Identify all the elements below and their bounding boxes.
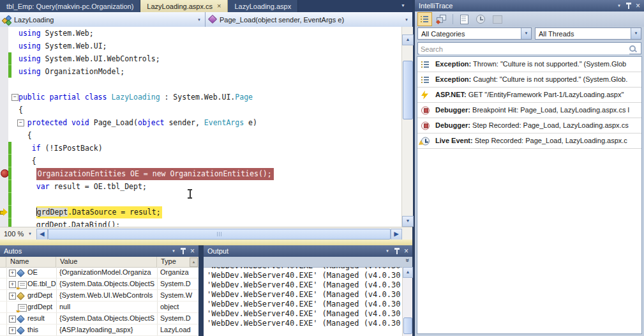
expand-icon[interactable]: + xyxy=(9,270,16,277)
window-menu-icon[interactable]: ▼ xyxy=(617,4,621,8)
intellitrace-event-row[interactable]: Exception: Thrown: "Culture is not suppo… xyxy=(417,57,641,72)
code-line[interactable]: protected void Page_Load(object sender, … xyxy=(0,116,412,129)
document-list-dropdown-icon[interactable]: ▼ xyxy=(401,3,405,8)
pin-icon[interactable] xyxy=(625,3,631,9)
scroll-up-icon[interactable]: ▲ xyxy=(402,34,414,45)
autos-type-cell: System.D xyxy=(158,313,198,324)
code-line[interactable]: using System.Web; xyxy=(0,27,412,40)
name-column-header[interactable]: Name xyxy=(6,257,56,267)
current-statement-arrow[interactable] xyxy=(0,209,8,215)
autos-name-cell: +OE xyxy=(7,267,57,278)
search-icon[interactable] xyxy=(629,45,636,52)
code-token: System.Web.UI.WebControls; xyxy=(41,54,160,63)
fold-collapse-icon[interactable]: − xyxy=(17,119,24,126)
intellitrace-settings-button[interactable] xyxy=(457,12,472,26)
intellitrace-event-row[interactable]: Exception: Caught: "Culture is not suppo… xyxy=(417,72,641,88)
output-titlebar[interactable]: Output ▼ × xyxy=(204,245,412,257)
search-box[interactable] xyxy=(417,42,641,54)
tab-lazyloading-aspx[interactable]: LazyLoading.aspx xyxy=(228,0,298,12)
code-editor[interactable]: using System.Web;using System.Web.UI;usi… xyxy=(0,27,412,227)
members-dropdown[interactable]: Page_Load(object sender, EventArgs e) ▼ xyxy=(206,12,412,27)
output-vertical-scrollbar[interactable]: ▲ xyxy=(402,267,412,336)
scroll-left-icon[interactable]: ◀ xyxy=(36,229,48,240)
chevron-down-icon[interactable]: ▼ xyxy=(405,18,408,22)
expand-icon[interactable]: + xyxy=(9,281,16,288)
code-line[interactable]: { xyxy=(0,103,412,116)
categories-filter-combobox[interactable]: All Categories ▼ xyxy=(417,27,532,40)
code-line[interactable]: grdDept.DataSource = result; xyxy=(0,206,412,218)
code-line[interactable]: public partial class LazyLoading : Syste… xyxy=(0,91,412,103)
table-row[interactable]: +OE{OrganizationModel.OrganizaOrganiza xyxy=(0,267,198,279)
toolbar-overflow-icon[interactable]: » xyxy=(405,259,412,263)
code-line[interactable]: using OrganizationModel; xyxy=(0,65,412,78)
intellitrace-event-row[interactable]: Debugger: Step Recorded: Page_Load, Lazy… xyxy=(417,118,641,134)
table-row[interactable]: +this{ASP.lazyloading_aspx}LazyLoad xyxy=(0,325,198,336)
vertical-scroll-thumb[interactable] xyxy=(403,61,413,119)
window-menu-icon[interactable]: ▼ xyxy=(172,249,176,253)
intellitrace-event-row[interactable]: Debugger: Breakpoint Hit: Page_Load, Laz… xyxy=(417,103,641,118)
scroll-up-icon[interactable]: ▲ xyxy=(403,267,413,278)
code-token: if xyxy=(32,144,41,153)
expand-icon[interactable]: + xyxy=(9,293,16,300)
code-token: .DataSource = result; xyxy=(68,208,160,217)
output-log[interactable]: 'WebDev.WebServer40.EXE' (Managed (v4.0.… xyxy=(204,267,403,336)
calls-view-button[interactable] xyxy=(434,12,449,26)
zoom-dropdown-icon[interactable]: ▼ xyxy=(28,232,32,236)
scroll-up-icon[interactable]: ▲ xyxy=(190,257,198,267)
intellitrace-event-row[interactable]: ASP.NET: GET "/EntityFramework Part-1/La… xyxy=(417,88,641,103)
chevron-down-icon[interactable]: ▼ xyxy=(521,28,531,39)
window-menu-icon[interactable]: ▼ xyxy=(386,249,389,253)
zoom-level[interactable]: 100 % xyxy=(4,230,24,238)
intellitrace-titlebar[interactable]: IntelliTrace ▼ × xyxy=(415,0,644,11)
events-view-button[interactable] xyxy=(417,12,432,26)
table-row[interactable]: grdDeptnullobject xyxy=(0,302,198,313)
code-line[interactable]: using System.Web.UI.WebControls; xyxy=(0,52,412,65)
pin-icon[interactable] xyxy=(180,248,186,254)
code-token: { xyxy=(19,105,23,114)
editor-vertical-scrollbar[interactable]: ▲ ▼ xyxy=(401,27,413,227)
horizontal-scroll-thumb[interactable] xyxy=(48,229,391,240)
chevron-down-icon[interactable]: ▼ xyxy=(631,28,641,39)
current-statement-highlight: grdDept.DataSource = result; xyxy=(36,206,162,218)
extra-tool-button[interactable] xyxy=(490,12,505,26)
chevron-down-icon[interactable]: ▼ xyxy=(197,18,201,22)
code-token: grdDept.DataBind(); xyxy=(19,220,120,227)
close-tab-icon[interactable]: × xyxy=(217,3,221,10)
output-line: 'WebDev.WebServer40.EXE' (Managed (v4.0.… xyxy=(207,290,403,300)
expand-icon[interactable]: + xyxy=(9,316,16,323)
types-dropdown[interactable]: LazyLoading ▼ xyxy=(0,12,206,27)
vertical-scroll-thumb[interactable] xyxy=(403,317,412,334)
close-icon[interactable]: × xyxy=(636,3,640,9)
expand-icon[interactable]: + xyxy=(9,327,16,334)
code-line[interactable] xyxy=(0,193,412,206)
scroll-right-icon[interactable]: ▶ xyxy=(391,229,402,240)
code-token: { xyxy=(19,157,36,165)
tab-lazyloading-aspx-cs[interactable]: LazyLoading.aspx.cs × xyxy=(140,0,228,12)
intellitrace-event-row[interactable]: Live Event: Step Recorded: Page_Load, La… xyxy=(417,134,641,149)
tab-tbl-emp-query[interactable]: tbl_Emp: Query(makvin-pc.Organization) xyxy=(0,0,140,12)
fold-collapse-icon[interactable]: − xyxy=(11,94,19,101)
threads-filter-combobox[interactable]: All Threads ▼ xyxy=(535,27,641,40)
table-row[interactable]: +OE.tbl_D{System.Data.Objects.ObjectSSys… xyxy=(0,279,198,290)
value-column-header[interactable]: Value xyxy=(56,257,157,267)
close-icon[interactable]: × xyxy=(404,248,408,254)
code-line[interactable] xyxy=(0,78,412,91)
code-line[interactable]: OrganizationEntities OE = new Organizati… xyxy=(0,167,412,180)
code-line[interactable]: { xyxy=(0,155,412,167)
table-row[interactable]: +grdDept{System.Web.UI.WebControlsSystem… xyxy=(0,290,198,302)
code-line[interactable]: if (!IsPostBack) xyxy=(0,142,412,155)
timeline-button[interactable] xyxy=(474,12,488,26)
code-token xyxy=(19,144,32,153)
code-token: result = OE.tbl_Dept; xyxy=(49,182,146,191)
pin-icon[interactable] xyxy=(394,248,400,254)
code-line[interactable]: grdDept.DataBind(); xyxy=(0,218,412,227)
code-line[interactable]: { xyxy=(0,129,412,142)
close-icon[interactable]: × xyxy=(190,248,195,254)
scroll-down-icon[interactable]: ▼ xyxy=(402,216,414,227)
search-input[interactable] xyxy=(419,43,629,54)
code-line[interactable]: using System.Web.UI; xyxy=(0,40,412,52)
table-row[interactable]: +result{System.Data.Objects.ObjectSSyste… xyxy=(0,313,198,325)
code-line[interactable]: var result = OE.tbl_Dept; xyxy=(0,180,412,193)
variable-name: OE.tbl_D xyxy=(27,280,56,287)
autos-titlebar[interactable]: Autos ▼ × xyxy=(0,245,198,257)
